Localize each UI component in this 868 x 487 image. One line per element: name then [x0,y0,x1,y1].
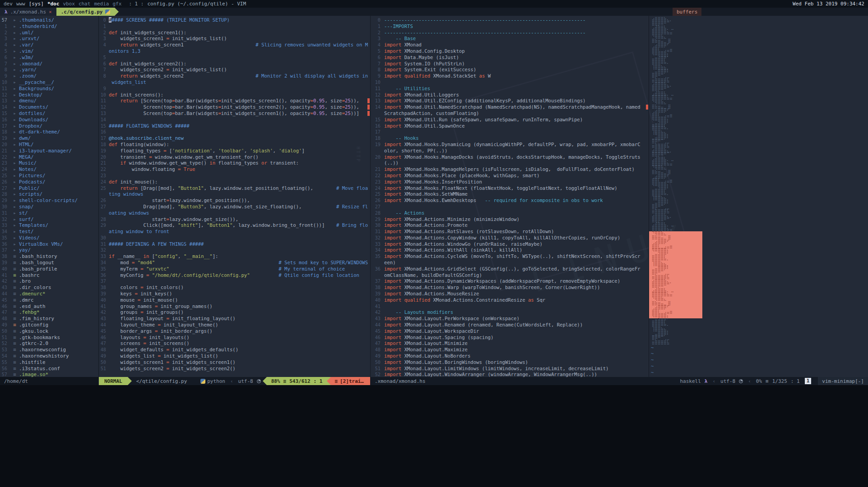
code-line[interactable]: 43 floating_layout = init_floating_layou… [99,316,370,322]
tree-dir-row[interactable]: 23▸Music/ [0,160,98,166]
config-py-pane[interactable]: 0##### SCREENS ##### (TRIPLE MONITOR SET… [99,16,370,377]
tree-dir-row[interactable]: 21▸i3-layout-manager/ [0,148,98,154]
tree-dir-row[interactable]: 34▸test/ [0,229,98,235]
tree-dir-row[interactable]: 30▸snap/ [0,204,98,210]
tree-file-row[interactable]: 57≡.image.so* [0,372,98,377]
code-line[interactable]: 10def init_screens(): [99,92,370,98]
code-line[interactable]: 47 screens = init_screens() [99,340,370,347]
tree-file-row[interactable]: 45≡.dmrc [0,297,98,303]
code-line[interactable]: 34import XMonad.Actions.WithAll (sinkAll… [371,247,649,253]
code-line[interactable]: 25import XMonad.Hooks.SetWMName [371,191,649,198]
code-line[interactable]: een) [371,260,649,266]
code-line[interactable]: 24import XMonad.Hooks.FloatNext (floatNe… [371,185,649,192]
tree-dir-row[interactable]: 4▸.var/ [0,42,98,48]
code-line[interactable]: 24def init_mouse(): [99,179,370,185]
tree-dir-row[interactable]: 28▸scripts/ [0,191,98,198]
code-line[interactable]: 40 mouse = init_mouse() [99,297,370,303]
code-line[interactable]: 46import XMonad.Layout.Spacing (spacing) [371,335,649,341]
code-line[interactable]: 39 keys = init_keys() [99,291,370,297]
code-line[interactable]: 48import XMonad.Layout.Maximize [371,347,649,353]
code-line[interactable]: 51 widgets_screen2 = init_widgets_screen… [99,366,370,372]
tree-file-row[interactable]: 41≡.bashrc [0,272,98,279]
code-line[interactable]: 28 start=lazy.window.get_size()), [99,216,370,223]
code-line[interactable]: 11 return [Screen(top=bar.Bar(widgets=in… [99,98,370,104]
code-line[interactable]: 1 [99,23,370,30]
tree-dir-row[interactable]: 32▸surf/ [0,216,98,223]
code-line[interactable]: 31import XMonad.Actions.RotSlaves (rotSl… [371,229,649,235]
code-line[interactable]: 20import XMonad.Hooks.ManageDocks (avoid… [371,154,649,161]
tree-file-row[interactable]: 46≡.esd_auth [0,303,98,310]
code-line[interactable]: 36 myConfig = "/home/dt/.config/qtile/co… [99,272,370,279]
code-line[interactable]: 50import XMonad.Layout.BoringWindows (bo… [371,359,649,366]
code-line[interactable]: 20 transient = window.window.get_wm_tran… [99,154,370,161]
code-line[interactable]: 33import XMonad.Actions.WindowGo (runOrR… [371,241,649,248]
code-line[interactable]: 10 [371,79,649,86]
code-line[interactable]: 7import System.IO (hPutStrLn) [371,61,649,67]
code-line[interactable]: (..)) [371,160,649,166]
code-line[interactable]: 41 group_names = init_group_names() [99,303,370,310]
code-line[interactable]: olor, shorten, PP(..)) [371,148,649,154]
code-line[interactable]: 8 return widgets_screen2 # Monitor 2 wil… [99,73,370,79]
tree-dir-row[interactable]: 25▸Pictures/ [0,173,98,179]
code-line[interactable]: 45 border_args = init_border_args() [99,328,370,335]
workspace-tag[interactable]: media [94,1,109,7]
code-line[interactable]: 29import XMonad.Actions.Minimize (minimi… [371,216,649,223]
code-line[interactable]: 34 mod = "mod4" # Sets mod key to SUPER/… [99,260,370,266]
tree-dir-row[interactable]: 36▸VirtualBox VMs/ [0,241,98,248]
code-line[interactable]: 4import XMonad [371,42,649,48]
code-line[interactable]: ScratchpadAction, customFloating) [371,110,649,117]
close-icon[interactable]: × [49,9,52,15]
tree-dir-row[interactable]: 26▸Podcasts/ [0,179,98,185]
code-line[interactable]: widgets_list [99,79,370,86]
tab-xmonad[interactable]: λ .x/xmonad.hs × [0,8,56,16]
code-line[interactable]: 27 [371,204,649,210]
tree-file-row[interactable]: 40≡.bash_profile [0,266,98,272]
code-line[interactable]: 3 widgets_screen1 = init_widgets_list() [99,36,370,42]
workspace-tag[interactable]: [sys] [29,1,44,7]
code-line[interactable]: 18def floating(window): [99,142,370,148]
tree-file-row[interactable]: 43≡.dir_colors [0,285,98,291]
code-line[interactable]: 28 -- Actions [371,210,649,216]
tree-file-row[interactable]: 47≡.fehbg* [0,309,98,316]
code-line[interactable]: 12 Screen(top=bar.Bar(widgets=init_widge… [99,104,370,110]
code-line[interactable]: oating windows [99,210,370,216]
code-line[interactable]: 26import XMonad.Hooks.EwmhDesktops -- re… [371,198,649,204]
tree-file-row[interactable]: 39≡.bash_logout [0,260,98,266]
code-line[interactable]: 14import XMonad.Util.NamedScratchpad (Na… [371,104,649,110]
file-tree-pane[interactable]: 57▸.thumbnails/1▸.thunderbird/2▸.uml/3▸.… [0,16,98,377]
code-line[interactable]: 3 -- Base [371,36,649,42]
tree-file-row[interactable]: 50≡.gksu.lock [0,328,98,335]
code-line[interactable]: ting windows [99,191,370,198]
code-line[interactable]: 33if __name__ in ["config", "__main__"]: [99,253,370,260]
code-line[interactable]: 17 [371,129,649,135]
tree-file-row[interactable]: 38≡.bash_history [0,253,98,260]
tree-dir-row[interactable]: 33▸Templates/ [0,222,98,229]
code-line[interactable]: 9 [99,86,370,92]
code-line[interactable]: 36import XMonad.Actions.GridSelect (GSCo… [371,266,649,272]
code-line[interactable]: 25 return [Drag([mod], "Button1", lazy.w… [99,185,370,192]
tree-dir-row[interactable]: 10▸__pycache__/ [0,79,98,86]
code-line[interactable]: 35import XMonad.Actions.CycleWS (moveTo,… [371,253,649,260]
code-line[interactable]: 14 [99,117,370,123]
tree-dir-row[interactable]: 2▸.uml/ [0,30,98,36]
minimap-pane[interactable]: ⣴⣿⣿⣿⣷⣄⡀⣿⣿⡿⠿⠛⠉⣠⣾⣿⣿⣧⡀ ⣀⣿⣿⣿⣿⣿⣦⣤⠙⢿⣿⣷⣄⣿⣷⣶⣤⣀ ⣿… [649,16,868,377]
code-line[interactable]: 22import XMonad.Hooks.Place (placeHook, … [371,173,649,179]
tree-dir-row[interactable]: 18▸dt-dark-theme/ [0,129,98,135]
code-line[interactable]: 19 floating_types = ['notification', 'to… [99,148,370,154]
code-line[interactable]: 35 myTerm = "urxvtc" # My terminal of ch… [99,266,370,272]
code-line[interactable]: 23 [99,173,370,179]
code-line[interactable]: 2def init_widgets_screen1(): [99,30,370,36]
code-line[interactable]: 12import XMonad.Util.Loggers [371,92,649,98]
code-line[interactable]: 13 Screen(top=bar.Bar(widgets=init_widge… [99,110,370,117]
code-line[interactable]: 29 Click([mod, "shift"], "Button1", lazy… [99,222,370,229]
tree-dir-row[interactable]: 35▸Videos/ [0,235,98,241]
workspace-tag[interactable]: www [16,1,25,7]
workspace-tag[interactable]: chat [79,1,91,7]
workspace-tag[interactable]: gfx [113,1,122,7]
code-line[interactable]: omClassName, buildDefaultGSConfig) [371,272,649,279]
code-line[interactable]: 15import XMonad.Util.Run (safeSpawn, uns… [371,117,649,123]
code-line[interactable]: ating window to front [99,229,370,235]
code-line[interactable]: onitors 1,3 [99,48,370,55]
code-line[interactable]: 42 groups = init_groups() [99,309,370,316]
tree-dir-row[interactable]: 37▸yay/ [0,247,98,253]
